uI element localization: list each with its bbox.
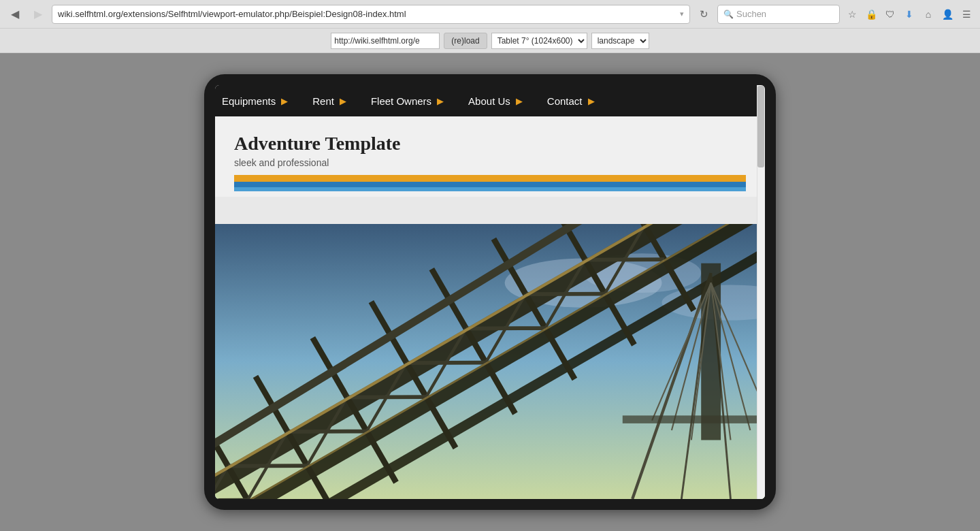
nav-label-contact: Contact — [547, 95, 583, 107]
address-text: wiki.selfhtml.org/extensions/Selfhtml/vi… — [58, 9, 677, 19]
back-button[interactable]: ◀ — [5, 5, 24, 24]
account-icon[interactable]: 👤 — [939, 6, 956, 22]
device-select[interactable]: Tablet 7° (1024x600) — [491, 33, 587, 49]
nav-item-fleet-owners[interactable]: Fleet Owners ▶ — [359, 85, 456, 116]
reload-label-button[interactable]: (re)load — [444, 33, 487, 49]
site-subtitle: sleek and professional — [234, 157, 746, 168]
browser-toolbar: ◀ ▶ wiki.selfhtml.org/extensions/Selfhtm… — [0, 0, 980, 29]
nav-arrow-equipments: ▶ — [281, 96, 288, 106]
tablet-screen: Equipments ▶ Rent ▶ Fleet Owners ▶ About… — [215, 85, 765, 499]
stripe-blue-light — [234, 187, 746, 191]
nav-arrow-rent: ▶ — [340, 96, 346, 106]
stripe-blue-dark — [234, 182, 746, 187]
svg-rect-48 — [623, 415, 765, 423]
nav-label-fleet-owners: Fleet Owners — [371, 95, 431, 107]
toolbar-icons: ☆ 🔒 🛡 ⬇ ⌂ 👤 ☰ — [844, 6, 975, 22]
browser-window: ◀ ▶ wiki.selfhtml.org/extensions/Selfhtm… — [0, 0, 980, 531]
orientation-select[interactable]: landscape — [591, 33, 649, 49]
nav-label-equipments: Equipments — [222, 95, 276, 107]
download-icon[interactable]: ⬇ — [901, 6, 917, 22]
browser-content-area: Equipments ▶ Rent ▶ Fleet Owners ▶ About… — [0, 53, 980, 531]
address-dropdown-arrow: ▾ — [680, 10, 684, 18]
bridge-illustration — [215, 224, 765, 499]
shield-icon[interactable]: 🛡 — [882, 6, 898, 22]
sub-url-input[interactable] — [331, 33, 440, 49]
nav-item-about-us[interactable]: About Us ▶ — [456, 85, 535, 116]
nav-item-rent[interactable]: Rent ▶ — [300, 85, 359, 116]
sub-toolbar: (re)load Tablet 7° (1024x600) landscape — [0, 29, 980, 53]
scrollbar-thumb[interactable] — [757, 86, 764, 167]
lock-icon[interactable]: 🔒 — [863, 6, 879, 22]
svg-rect-41 — [701, 263, 721, 440]
nav-label-rent: Rent — [312, 95, 334, 107]
nav-item-contact[interactable]: Contact ▶ — [535, 85, 607, 116]
nav-arrow-contact: ▶ — [588, 96, 595, 106]
forward-button[interactable]: ▶ — [29, 5, 48, 24]
bookmark-star-icon[interactable]: ☆ — [844, 6, 860, 22]
home-icon[interactable]: ⌂ — [920, 6, 936, 22]
site-title: Adventure Template — [234, 133, 746, 155]
site-navigation: Equipments ▶ Rent ▶ Fleet Owners ▶ About… — [215, 85, 765, 116]
menu-icon[interactable]: ☰ — [958, 6, 975, 22]
address-bar[interactable]: wiki.selfhtml.org/extensions/Selfhtml/vi… — [52, 5, 690, 24]
nav-item-equipments[interactable]: Equipments ▶ — [215, 85, 300, 116]
nav-arrow-fleet-owners: ▶ — [437, 96, 444, 106]
nav-arrow-about-us: ▶ — [516, 96, 523, 106]
reload-button[interactable]: ↻ — [694, 5, 713, 24]
site-hero-image — [215, 224, 765, 499]
search-bar[interactable]: 🔍 Suchen — [717, 5, 840, 24]
stripe-orange — [234, 175, 746, 182]
site-content-spacer — [215, 197, 765, 224]
search-placeholder: Suchen — [736, 9, 766, 19]
nav-label-about-us: About Us — [468, 95, 510, 107]
tablet-frame: Equipments ▶ Rent ▶ Fleet Owners ▶ About… — [204, 74, 776, 510]
scrollbar-track[interactable] — [757, 85, 765, 499]
search-icon: 🔍 — [723, 10, 734, 19]
site-header: Adventure Template sleek and professiona… — [215, 116, 765, 197]
